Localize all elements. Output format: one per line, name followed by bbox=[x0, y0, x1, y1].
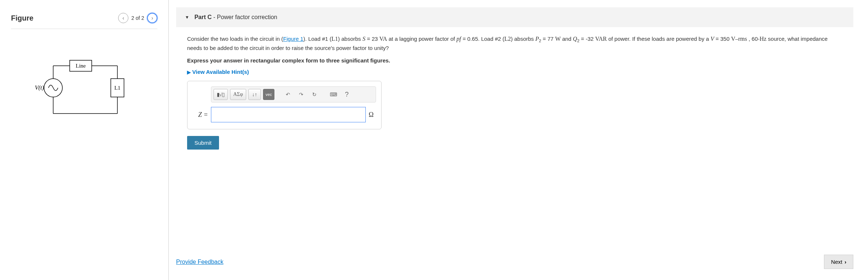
answer-box: ▮√▯ ΑΣφ ↓↑ vec ↶ ↷ ↻ ⌨ ? Z bbox=[187, 81, 382, 129]
v-eq: = 350 bbox=[714, 36, 731, 42]
templates-icon: ▮√▯ bbox=[217, 91, 225, 98]
help-icon: ? bbox=[345, 91, 349, 98]
pf-var: pf bbox=[456, 36, 461, 42]
load-label: L1 bbox=[114, 85, 121, 91]
help-button[interactable]: ? bbox=[341, 89, 352, 100]
problem-text-2: ). Load #1 ( bbox=[303, 36, 332, 42]
figure-title: Figure bbox=[11, 14, 33, 22]
triangle-right-icon: ▶ bbox=[187, 69, 191, 75]
updown-icon: ↓↑ bbox=[252, 91, 257, 97]
line-label: Line bbox=[76, 63, 86, 69]
triangle-down-icon: ▼ bbox=[185, 15, 189, 20]
reset-button[interactable]: ↻ bbox=[309, 89, 320, 100]
vrms-unit: V–rms bbox=[731, 36, 747, 42]
problem-text-8: , 60- bbox=[747, 36, 759, 42]
problem-text-1: Consider the two loads in the circuit in… bbox=[187, 36, 283, 42]
part-separator: - bbox=[212, 14, 217, 20]
reset-icon: ↻ bbox=[312, 91, 317, 97]
keyboard-button[interactable]: ⌨ bbox=[328, 89, 339, 100]
part-header[interactable]: ▼ Part C - Power factor correction bbox=[176, 7, 853, 27]
chevron-left-icon: ‹ bbox=[123, 15, 124, 21]
chevron-right-icon: › bbox=[845, 259, 846, 265]
pf-eq: = 0.65. Load #2 ( bbox=[461, 36, 504, 42]
va-unit: VA bbox=[379, 36, 387, 42]
figure-pager-text: 2 of 2 bbox=[131, 15, 144, 21]
v-var: V bbox=[711, 36, 714, 42]
figure-pager: ‹ 2 of 2 › bbox=[118, 13, 157, 23]
problem-text-7: of power. If these loads are powered by … bbox=[607, 36, 711, 42]
subscript-button[interactable]: ↓↑ bbox=[248, 89, 261, 100]
answer-variable-label: Z = bbox=[193, 111, 208, 119]
equation-toolbar: ▮√▯ ΑΣφ ↓↑ vec ↶ ↷ ↻ ⌨ ? bbox=[211, 86, 376, 103]
hints-row: ▶View Available Hint(s) bbox=[176, 69, 853, 81]
part-label: Part C bbox=[194, 14, 212, 20]
undo-button[interactable]: ↶ bbox=[282, 89, 293, 100]
problem-text-6: and bbox=[561, 36, 573, 42]
l2-label: L2 bbox=[504, 36, 511, 42]
answer-row: Z = Ω bbox=[193, 107, 376, 122]
undo-icon: ↶ bbox=[286, 91, 290, 97]
figure-next-button[interactable]: › bbox=[147, 13, 157, 23]
figure-link[interactable]: Figure 1 bbox=[283, 36, 303, 42]
greek-icon: ΑΣφ bbox=[233, 91, 243, 97]
circuit-diagram: V(t) Line L1 bbox=[11, 29, 157, 133]
figure-prev-button[interactable]: ‹ bbox=[118, 13, 128, 23]
problem-text-4: at a lagging power factor of bbox=[387, 36, 456, 42]
w-unit: W bbox=[555, 36, 561, 42]
redo-button[interactable]: ↷ bbox=[296, 89, 307, 100]
keyboard-icon: ⌨ bbox=[330, 91, 337, 97]
problem-text-3: ) absorbs bbox=[338, 36, 362, 42]
vector-button[interactable]: vec bbox=[263, 89, 274, 100]
chevron-right-icon: › bbox=[152, 15, 153, 21]
answer-unit: Ω bbox=[369, 111, 376, 119]
q2-eq: = -32 bbox=[579, 36, 595, 42]
part-subtitle: Power factor correction bbox=[217, 14, 277, 20]
answer-input[interactable] bbox=[211, 107, 366, 122]
problem-text-5: ) absorbs bbox=[511, 36, 536, 42]
source-label: V(t) bbox=[35, 85, 44, 91]
hints-label: View Available Hint(s) bbox=[192, 69, 249, 75]
problem-statement: Consider the two loads in the circuit in… bbox=[176, 35, 853, 57]
view-hints-link[interactable]: ▶View Available Hint(s) bbox=[187, 69, 249, 75]
q2-var: Q bbox=[573, 36, 577, 42]
var-unit: VAR bbox=[595, 36, 607, 42]
hz-unit: Hz bbox=[759, 36, 766, 42]
l1-label: L1 bbox=[332, 36, 338, 42]
s-var: S bbox=[362, 36, 365, 42]
submit-button[interactable]: Submit bbox=[187, 136, 219, 150]
figure-panel: Figure ‹ 2 of 2 › bbox=[0, 0, 169, 280]
footer-row: Provide Feedback Next › bbox=[176, 255, 853, 269]
vec-label: vec bbox=[266, 92, 272, 97]
next-label: Next bbox=[831, 259, 842, 265]
figure-header: Figure ‹ 2 of 2 › bbox=[11, 7, 157, 29]
answer-instruction: Express your answer in rectangular compl… bbox=[176, 57, 853, 69]
provide-feedback-link[interactable]: Provide Feedback bbox=[176, 259, 223, 265]
templates-button[interactable]: ▮√▯ bbox=[214, 89, 228, 100]
s-eq: = 23 bbox=[365, 36, 379, 42]
p2-var: P bbox=[535, 36, 539, 42]
redo-icon: ↷ bbox=[299, 91, 303, 97]
greek-button[interactable]: ΑΣφ bbox=[230, 89, 246, 100]
problem-panel: ▼ Part C - Power factor correction Consi… bbox=[169, 0, 868, 280]
p2-eq: = 77 bbox=[541, 36, 555, 42]
next-button[interactable]: Next › bbox=[824, 255, 853, 269]
